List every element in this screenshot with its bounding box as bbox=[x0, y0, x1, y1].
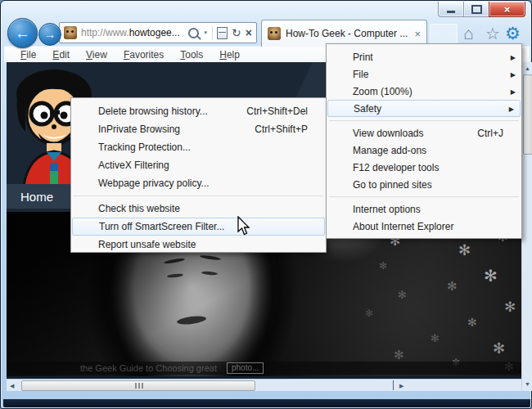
menu-item-manage-addons[interactable]: Manage add-ons bbox=[327, 142, 521, 159]
bokeh-flower-icon: ✻ bbox=[504, 300, 516, 314]
tab-favicon bbox=[268, 27, 281, 40]
menu-item-internet-options[interactable]: Internet options bbox=[327, 200, 521, 218]
photo-detail bbox=[200, 254, 221, 261]
vertical-scrollbar[interactable]: ▲ ▼ bbox=[521, 62, 532, 391]
search-icon[interactable] bbox=[188, 28, 199, 38]
tab-close-icon[interactable]: × bbox=[414, 28, 421, 40]
forward-arrow-icon: → bbox=[44, 28, 56, 41]
close-icon: × bbox=[504, 3, 511, 16]
photo-caption-bar: the Geek Guide to Choosing great photo..… bbox=[7, 362, 522, 375]
minimize-button[interactable] bbox=[438, 2, 464, 17]
photo-caption: the Geek Guide to Choosing great bbox=[80, 363, 217, 373]
menubar-view[interactable]: View bbox=[78, 47, 115, 62]
bokeh-flower-icon: ✻ bbox=[447, 281, 458, 293]
horizontal-scrollbar[interactable]: ◀ ▶ bbox=[7, 379, 521, 391]
menubar-file[interactable]: File bbox=[12, 47, 44, 62]
bokeh-flower-icon: ✻ bbox=[467, 317, 477, 328]
menu-item-label: Tracking Protection... bbox=[98, 142, 191, 153]
menu-item-safety[interactable]: Safety ▶ bbox=[327, 100, 521, 117]
menu-item-label: Turn off SmartScreen Filter... bbox=[99, 221, 224, 232]
menu-separator bbox=[329, 120, 519, 121]
close-window-button[interactable]: × bbox=[489, 2, 525, 17]
maximize-button[interactable] bbox=[464, 2, 489, 17]
menu-item-report-unsafe-website[interactable]: Report unsafe website bbox=[71, 236, 326, 254]
scroll-grip bbox=[138, 383, 140, 389]
menubar-favorites[interactable]: Favorites bbox=[115, 47, 172, 62]
menu-shortcut: Ctrl+Shift+P bbox=[255, 124, 308, 135]
photo-detail bbox=[201, 271, 218, 276]
address-bar[interactable]: http://www.howtogee... ▼ ↻ × bbox=[59, 22, 257, 43]
scroll-down-icon[interactable]: ▼ bbox=[525, 381, 530, 387]
menu-item-about-internet-explorer[interactable]: About Internet Explorer bbox=[327, 218, 521, 235]
mouse-cursor bbox=[236, 216, 252, 237]
search-dropdown-icon[interactable]: ▼ bbox=[203, 30, 208, 35]
menu-item-turn-off-smartscreen-filter[interactable]: Turn off SmartScreen Filter... bbox=[72, 218, 325, 236]
stop-icon[interactable]: × bbox=[246, 27, 252, 38]
menu-item-label: Manage add-ons bbox=[353, 145, 426, 156]
scroll-left-icon[interactable]: ◀ bbox=[10, 383, 14, 389]
back-arrow-icon: ← bbox=[15, 25, 30, 43]
menu-item-label: InPrivate Browsing bbox=[98, 124, 180, 135]
menu-item-label: File bbox=[353, 69, 368, 80]
menu-separator bbox=[329, 196, 519, 197]
url-text[interactable]: http://www.howtogee... bbox=[81, 27, 180, 38]
bokeh-flower-icon: ✻ bbox=[379, 261, 387, 271]
bokeh-flower-icon: ✻ bbox=[484, 267, 498, 284]
vertical-scroll-thumb[interactable] bbox=[523, 74, 532, 155]
back-button[interactable]: ← bbox=[7, 18, 38, 48]
new-tab-button[interactable] bbox=[430, 24, 458, 45]
menu-item-inprivate-browsing[interactable]: InPrivate Browsing Ctrl+Shift+P bbox=[71, 120, 326, 138]
divider bbox=[212, 26, 213, 39]
tools-menu: Print ▶ File ▶ Zoom (100%) ▶ Safety ▶ Vi… bbox=[326, 43, 522, 239]
menu-item-webpage-privacy-policy[interactable]: Webpage privacy policy... bbox=[71, 174, 326, 192]
menu-item-tracking-protection[interactable]: Tracking Protection... bbox=[71, 138, 326, 156]
menu-item-delete-browsing-history[interactable]: Delete browsing history... Ctrl+Shift+De… bbox=[71, 102, 326, 120]
menu-item-activex-filtering[interactable]: ActiveX Filtering bbox=[71, 156, 326, 174]
menu-item-zoom[interactable]: Zoom (100%) ▶ bbox=[327, 83, 521, 100]
scroll-right-icon[interactable]: ▶ bbox=[399, 383, 404, 389]
menu-shortcut: Ctrl+J bbox=[477, 128, 503, 139]
bokeh-flower-icon: ✻ bbox=[365, 308, 373, 318]
menu-item-label: ActiveX Filtering bbox=[98, 160, 169, 171]
menubar-edit[interactable]: Edit bbox=[44, 47, 78, 62]
menubar-tools[interactable]: Tools bbox=[172, 47, 211, 62]
home-icon[interactable]: ⌂ bbox=[463, 25, 474, 42]
maximize-icon bbox=[471, 5, 482, 14]
bokeh-flower-icon: ✻ bbox=[493, 341, 505, 356]
favorites-star-icon[interactable]: ☆ bbox=[485, 25, 500, 42]
photo-detail bbox=[167, 273, 183, 278]
bokeh-flower-icon: ✻ bbox=[431, 333, 440, 344]
menu-item-label: Check this website bbox=[98, 203, 180, 214]
submenu-arrow-icon: ▶ bbox=[511, 53, 516, 61]
site-nav-home-link[interactable]: Home bbox=[20, 190, 53, 204]
menu-item-label: Webpage privacy policy... bbox=[98, 178, 210, 189]
menu-item-label: About Internet Explorer bbox=[353, 221, 453, 232]
menu-item-file[interactable]: File ▶ bbox=[327, 65, 521, 83]
menu-item-view-downloads[interactable]: View downloads Ctrl+J bbox=[327, 124, 521, 142]
compatibility-view-icon[interactable] bbox=[217, 27, 228, 39]
menu-item-f12-developer-tools[interactable]: F12 developer tools bbox=[327, 159, 521, 176]
tools-gear-icon[interactable]: ⚙ bbox=[505, 25, 521, 42]
menu-item-label: Print bbox=[353, 52, 373, 63]
horizontal-scroll-thumb[interactable] bbox=[21, 380, 255, 391]
menu-item-label: Report unsafe website bbox=[98, 239, 196, 250]
menu-item-check-this-website[interactable]: Check this website bbox=[71, 200, 326, 218]
bokeh-flower-icon: ✻ bbox=[398, 290, 407, 300]
menu-shortcut: Ctrl+Shift+Del bbox=[246, 106, 308, 117]
menu-item-go-to-pinned-sites[interactable]: Go to pinned sites bbox=[327, 176, 521, 193]
menu-item-print[interactable]: Print ▶ bbox=[327, 48, 521, 65]
refresh-icon[interactable]: ↻ bbox=[232, 27, 241, 38]
window-bottom-frame bbox=[3, 399, 530, 407]
site-favicon bbox=[64, 26, 77, 39]
photo-detail bbox=[177, 315, 207, 326]
forward-button[interactable]: → bbox=[38, 23, 61, 46]
menubar-help[interactable]: Help bbox=[211, 47, 248, 62]
scroll-up-icon[interactable]: ▲ bbox=[525, 65, 530, 71]
tab-title: How-To Geek - Computer ... bbox=[286, 28, 411, 39]
minimize-icon bbox=[447, 11, 455, 13]
submenu-arrow-icon: ▶ bbox=[511, 70, 516, 78]
url-domain: howtogee... bbox=[129, 27, 180, 38]
menu-item-label: Safety bbox=[354, 103, 381, 115]
menu-item-label: Delete browsing history... bbox=[98, 106, 208, 117]
url-prefix: http://www. bbox=[81, 27, 129, 38]
